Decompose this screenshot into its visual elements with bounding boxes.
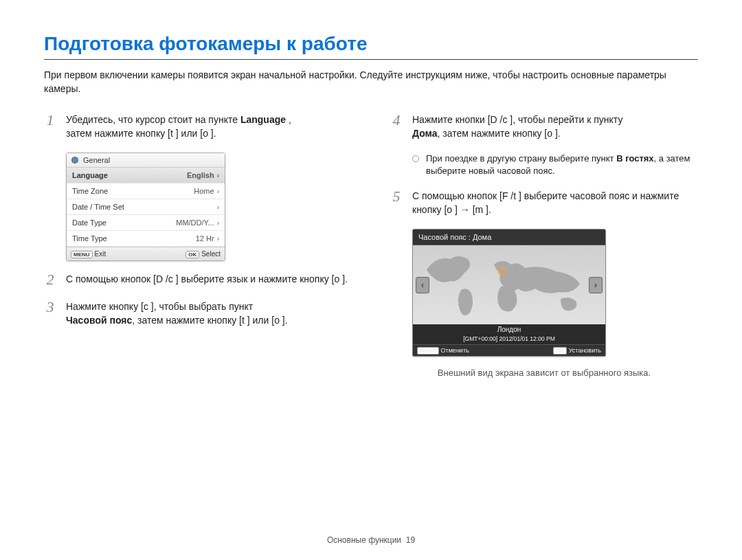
tz-timestamp: [GMT+00:00] 2012/01/01 12:00 PM	[413, 335, 605, 345]
page-number: 19	[406, 535, 415, 545]
row-value: MM/DD/Y...	[176, 219, 214, 227]
row-value: 12 Hr	[196, 234, 214, 243]
ok-chip[interactable]: OK	[553, 347, 567, 355]
title-rule	[44, 59, 698, 60]
lcd-footer: MENUExit OKSelect	[67, 247, 225, 260]
page-title: Подготовка фотокамеры к работе	[44, 33, 698, 55]
footer-action: Отменить	[441, 347, 469, 354]
row-label: Time Type	[72, 234, 107, 243]
tz-title: Часовой пояс : Дома	[413, 229, 605, 245]
lcd-section-title: General	[83, 156, 110, 164]
step-number: 3	[44, 300, 56, 328]
footer-action: Exit	[95, 250, 106, 258]
text: ,	[286, 114, 291, 125]
step-number: 5	[390, 189, 403, 217]
lcd-header: General	[67, 153, 225, 168]
step-2: 2 С помощью кнопок [D /c ] выберите язык…	[44, 272, 352, 287]
intro-text: При первом включении камеры появится экр…	[44, 68, 698, 96]
lcd-row-datetype[interactable]: Date Type MM/DD/Y...›	[67, 215, 225, 231]
row-label: Date / Time Set	[72, 203, 124, 211]
footer-action: Установить	[569, 347, 601, 354]
tz-footer: MENUОтменить OKУстановить	[413, 345, 605, 356]
chevron-right-icon: ›	[217, 219, 219, 227]
keyword-language: Language	[240, 114, 286, 125]
lcd-row-language[interactable]: Language English›	[67, 168, 225, 183]
step-text: С помощью кнопок [F /t ] выберите часово…	[412, 189, 698, 217]
text: При поездке в другую страну выберите пун…	[426, 153, 616, 164]
screenshot-caption: Внешний вид экрана зависит от выбранного…	[390, 368, 698, 378]
bullet-icon	[412, 155, 419, 162]
gear-icon	[71, 156, 79, 164]
text: , затем нажмите кнопку [t ] или [o ].	[132, 315, 287, 326]
text: , затем нажмите кнопку [o ].	[437, 128, 560, 139]
tz-city: Лондон	[413, 324, 605, 335]
text: Нажмите кнопку [c ], чтобы выбрать пункт	[66, 301, 253, 312]
lcd-row-timezone[interactable]: Time Zone Home›	[67, 183, 225, 199]
keyword-away: В гостях	[616, 153, 653, 164]
lcd-row-datetimeset[interactable]: Date / Time Set ›	[67, 199, 225, 215]
step-1: 1 Убедитесь, что курсор стоит на пункте …	[44, 113, 352, 141]
step-5: 5 С помощью кнопок [F /t ] выберите часо…	[390, 189, 698, 217]
text: Нажмите кнопки [D /c ], чтобы перейти к …	[412, 114, 622, 125]
right-column: 4 Нажмите кнопки [D /c ], чтобы перейти …	[390, 113, 698, 379]
row-label: Time Zone	[72, 187, 108, 195]
text: Убедитесь, что курсор стоит на пункте	[66, 114, 240, 125]
row-value: Home	[194, 187, 214, 195]
chevron-right-icon: ›	[217, 188, 219, 195]
step-number: 4	[390, 113, 403, 141]
chevron-right-icon: ›	[217, 203, 219, 211]
footer-section: Основные функции	[327, 535, 401, 545]
step-number: 1	[44, 113, 56, 141]
menu-chip[interactable]: MENU	[417, 347, 439, 355]
prev-icon[interactable]: ‹	[416, 277, 429, 293]
world-map: ‹ ›	[413, 245, 605, 324]
step-text: С помощью кнопок [D /c ] выберите язык и…	[66, 272, 348, 287]
step-3: 3 Нажмите кнопку [c ], чтобы выбрать пун…	[44, 300, 352, 328]
map-icon	[413, 245, 605, 324]
menu-chip[interactable]: MENU	[71, 251, 93, 258]
camera-lcd-timezone: Часовой пояс : Дома ‹ ›	[412, 229, 606, 357]
keyword-timezone: Часовой пояс	[66, 315, 132, 326]
step-4-subnote: При поездке в другую страну выберите пун…	[390, 153, 698, 177]
chevron-right-icon: ›	[217, 172, 219, 179]
keyword-home: Дома	[412, 128, 437, 139]
lcd-row-timetype[interactable]: Time Type 12 Hr›	[67, 231, 225, 247]
footer-action: Select	[201, 250, 221, 258]
row-label: Date Type	[72, 219, 106, 227]
step-number: 2	[44, 272, 56, 287]
left-column: 1 Убедитесь, что курсор стоит на пункте …	[44, 113, 352, 379]
camera-lcd-settings: General Language English› Time Zone Home…	[66, 153, 225, 261]
row-value: English	[187, 171, 214, 179]
page-footer: Основные функции 19	[0, 535, 742, 545]
ok-chip[interactable]: OK	[186, 251, 199, 258]
row-label: Language	[72, 171, 108, 179]
next-icon[interactable]: ›	[589, 277, 603, 293]
step-4: 4 Нажмите кнопки [D /c ], чтобы перейти …	[390, 113, 698, 141]
text: затем нажмите кнопку [t ] или [o ].	[66, 128, 216, 139]
chevron-right-icon: ›	[217, 235, 219, 243]
